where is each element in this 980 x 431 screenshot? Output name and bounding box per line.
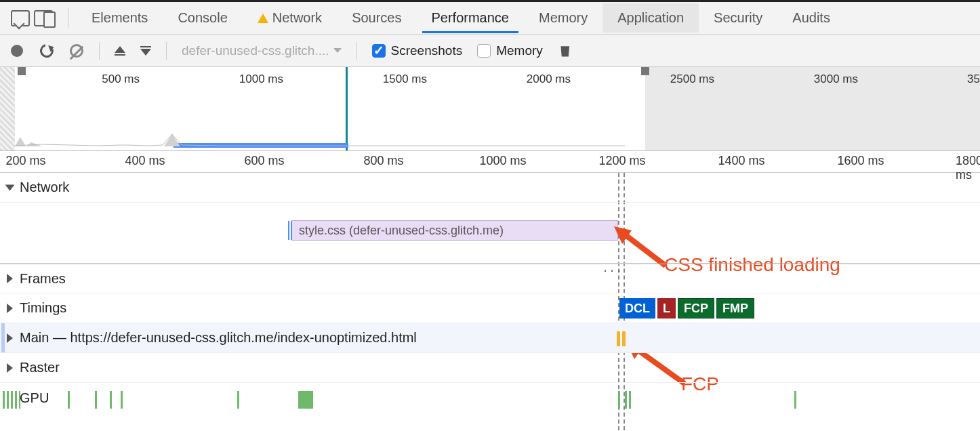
performance-toolbar: defer-unused-css.glitch.... ✓ Screenshot… xyxy=(0,35,980,67)
gpu-idle-hatch xyxy=(3,391,20,409)
device-toggle-icon[interactable] xyxy=(34,10,53,26)
ruler-tick-label: 1000 ms xyxy=(479,154,526,168)
devtools-tabs: Elements Console Network Sources Perform… xyxy=(0,2,980,35)
timing-badge-fcp[interactable]: FCP xyxy=(678,298,714,319)
network-request-queued xyxy=(288,221,292,240)
track-timings-label: Timings xyxy=(20,300,66,316)
overview-tick-label: 35 xyxy=(967,73,980,86)
trash-icon xyxy=(559,45,571,57)
tab-application[interactable]: Application xyxy=(603,3,699,33)
track-frames-header[interactable]: Frames xyxy=(0,264,980,293)
network-request-label: style.css (defer-unused-css.glitch.me) xyxy=(299,224,504,238)
tab-sources[interactable]: Sources xyxy=(337,3,416,33)
overview-strip[interactable]: 500 ms 1000 ms 1500 ms 2000 ms 2500 ms 3… xyxy=(0,67,980,151)
ruler-tick-label: 1200 ms xyxy=(598,154,645,168)
tab-network-label: Network xyxy=(272,10,322,25)
network-request-stylecss[interactable]: style.css (defer-unused-css.glitch.me) xyxy=(291,220,618,241)
divider xyxy=(68,8,68,28)
timing-badge-dcl[interactable]: DCL xyxy=(619,298,655,319)
load-profile-button[interactable] xyxy=(115,46,125,56)
checkbox-off-icon xyxy=(477,44,491,58)
separator xyxy=(166,42,167,60)
ruler-tick-label: 800 ms xyxy=(363,154,403,168)
track-main-header[interactable]: Main — https://defer-unused-css.glitch.m… xyxy=(0,323,980,353)
disclosure-triangle-icon xyxy=(7,274,13,283)
overview-tick-label: 2000 ms xyxy=(527,73,571,86)
record-button[interactable] xyxy=(9,43,24,58)
overview-tick-label: 3000 ms xyxy=(814,73,858,86)
ruler-tick-label: 1400 ms xyxy=(718,154,764,168)
tab-security[interactable]: Security xyxy=(699,3,777,33)
gpu-task xyxy=(121,391,123,409)
tab-performance[interactable]: Performance xyxy=(417,3,525,33)
recording-selector[interactable]: defer-unused-css.glitch.... xyxy=(182,43,342,58)
ruler-tick-label: 600 ms xyxy=(244,154,284,168)
tab-console[interactable]: Console xyxy=(163,3,242,33)
save-profile-button[interactable] xyxy=(140,46,151,56)
track-raster-header[interactable]: Raster xyxy=(0,353,980,383)
track-timings-header[interactable]: Timings DCL L FCP FMP xyxy=(0,293,980,323)
screenshots-checkbox[interactable]: ✓ Screenshots xyxy=(372,43,463,58)
overview-tick-label: 2500 ms xyxy=(670,73,714,86)
gpu-task xyxy=(68,391,70,409)
overview-window-handle-left[interactable] xyxy=(18,67,26,75)
overview-cpu-sparkline xyxy=(15,133,625,146)
separator xyxy=(99,42,100,60)
tab-audits[interactable]: Audits xyxy=(777,3,845,33)
tab-memory[interactable]: Memory xyxy=(524,3,603,33)
gc-button[interactable] xyxy=(558,43,573,58)
gpu-task xyxy=(629,391,631,409)
track-gpu-header[interactable]: GPU xyxy=(0,383,980,413)
separator xyxy=(356,42,357,60)
track-gpu-label: GPU xyxy=(20,390,49,406)
overview-tick-label: 1000 ms xyxy=(239,73,283,86)
gpu-task xyxy=(237,391,239,409)
track-main-label: Main — https://defer-unused-css.glitch.m… xyxy=(20,330,417,346)
timeline-ruler[interactable]: 200 ms 400 ms 600 ms 800 ms 1000 ms 1200… xyxy=(0,151,980,173)
memory-label: Memory xyxy=(496,43,543,58)
overview-tick-label: 500 ms xyxy=(102,73,140,86)
main-task-bar xyxy=(617,331,620,346)
overview-tick-label: 1500 ms xyxy=(383,73,427,86)
track-network-header[interactable]: Network xyxy=(0,173,980,203)
gpu-task xyxy=(625,391,627,409)
gpu-task xyxy=(794,391,796,409)
overview-shade-left xyxy=(0,67,15,150)
overview-window-handle-right[interactable] xyxy=(641,67,649,75)
gpu-task xyxy=(95,391,97,409)
track-network-lane: style.css (defer-unused-css.glitch.me) xyxy=(0,203,980,264)
memory-checkbox[interactable]: Memory xyxy=(477,43,543,58)
ruler-tick-label: 1600 ms xyxy=(837,154,884,168)
clear-button[interactable] xyxy=(69,43,84,58)
gpu-task xyxy=(298,391,313,409)
ruler-tick-label: 200 ms xyxy=(5,154,45,168)
upload-icon xyxy=(115,46,125,53)
gpu-task xyxy=(618,391,620,409)
inspect-icon[interactable] xyxy=(11,10,30,26)
track-main-activity-thumb xyxy=(1,323,5,352)
disclosure-triangle-icon xyxy=(7,333,13,343)
disclosure-triangle-icon xyxy=(7,363,13,373)
timing-badge-l[interactable]: L xyxy=(657,298,676,319)
tab-elements[interactable]: Elements xyxy=(77,3,163,33)
recording-label: defer-unused-css.glitch.... xyxy=(182,43,329,58)
warning-icon xyxy=(258,14,268,23)
chevron-down-icon xyxy=(333,48,342,53)
screenshots-label: Screenshots xyxy=(391,43,463,58)
ruler-tick-label: 400 ms xyxy=(125,154,165,168)
timing-badge-fmp[interactable]: FMP xyxy=(716,298,754,319)
gpu-task xyxy=(110,391,112,409)
disclosure-triangle-icon xyxy=(7,304,13,313)
checkbox-on-icon: ✓ xyxy=(372,44,386,58)
download-icon xyxy=(140,49,151,56)
tab-network[interactable]: Network xyxy=(243,3,337,33)
track-frames-label: Frames xyxy=(20,271,66,287)
track-raster-label: Raster xyxy=(20,360,60,375)
track-network-label: Network xyxy=(20,180,69,195)
disclosure-triangle-icon xyxy=(5,184,15,190)
svg-marker-0 xyxy=(15,134,625,146)
reload-button[interactable] xyxy=(39,43,54,58)
main-task-bar xyxy=(622,331,626,346)
flame-chart[interactable]: Network style.css (defer-unused-css.glit… xyxy=(0,173,980,430)
